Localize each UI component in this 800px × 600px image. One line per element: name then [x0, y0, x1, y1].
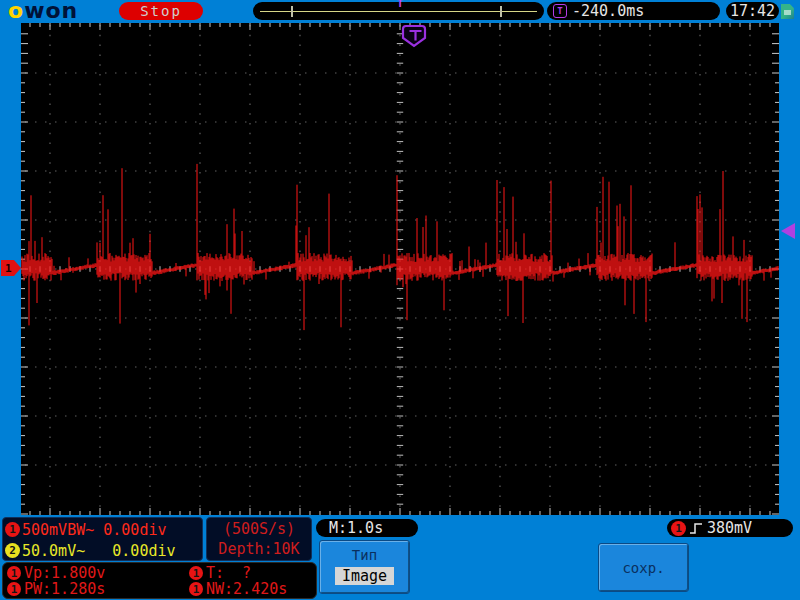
trigger-source-badge: 1: [671, 521, 686, 536]
record-line: [260, 11, 537, 12]
sampling-panel: (500S/s) Depth:10K: [206, 517, 312, 561]
measure-pw-value: PW:1.280s: [24, 580, 105, 598]
oscilloscope-screen: owon Stop T T -240.0ms 17:42 1 1 500mVBW…: [0, 0, 800, 600]
menu-type-value[interactable]: Image: [335, 567, 394, 585]
rising-edge-icon: [689, 521, 704, 536]
window-right-bracket: [500, 6, 502, 17]
measure-badge: 1: [189, 582, 203, 596]
ch2-info-row: 2 50.0mV~ 0.00div: [5, 540, 200, 561]
sd-card-icon: [781, 4, 794, 19]
ch1-trace: [22, 164, 778, 330]
ch2-settings: 50.0mV~ 0.00div: [22, 542, 176, 560]
timebase-readout: M:1.0s: [316, 519, 418, 537]
trigger-readout: 1 380mV: [667, 519, 793, 537]
logo-rest: won: [24, 0, 78, 23]
measure-badge: 1: [7, 582, 21, 596]
clock: 17:42: [726, 2, 779, 20]
measure-badge: 1: [189, 566, 203, 580]
owon-logo: owon: [8, 0, 78, 23]
trigger-offset-readout: T -240.0ms: [547, 2, 720, 20]
channel-info-panel: 1 500mVBW~ 0.00div 2 50.0mV~ 0.00div: [2, 517, 203, 561]
measure-pw: 1PW:1.280s: [7, 580, 189, 598]
ch2-badge: 2: [5, 543, 20, 558]
sample-rate: (500S/s): [223, 520, 295, 538]
logo-o: o: [8, 0, 24, 23]
save-button[interactable]: сохр.: [598, 543, 689, 592]
measure-nw: 1NW:2.420s: [189, 580, 287, 598]
save-button-label: сохр.: [622, 560, 664, 576]
trigger-position-badge: [403, 26, 425, 46]
run-status-indicator[interactable]: Stop: [119, 2, 203, 20]
trigger-level-arrow-icon[interactable]: [781, 223, 795, 239]
ch1-badge: 1: [5, 522, 20, 537]
menu-type-button[interactable]: Тип Image: [319, 540, 410, 594]
menu-type-label: Тип: [320, 547, 409, 563]
window-left-bracket: [291, 6, 293, 17]
waveform-display: [21, 23, 779, 515]
trigger-level-value: 380mV: [707, 519, 752, 537]
trigger-position-marker: T: [394, 0, 406, 10]
ch1-info-row: 1 500mVBW~ 0.00div: [5, 519, 200, 540]
ch1-position-marker[interactable]: 1: [1, 260, 21, 276]
memory-depth: Depth:10K: [218, 540, 299, 558]
trigger-t-icon: T: [553, 4, 567, 18]
measurements-panel: 1Vp:1.800v 1T: ? 1PW:1.280s 1NW:2.420s: [2, 562, 317, 599]
ch1-settings: 500mVBW~ 0.00div: [22, 521, 167, 539]
measure-badge: 1: [7, 566, 21, 580]
measure-nw-value: NW:2.420s: [206, 580, 287, 598]
trigger-offset-value: -240.0ms: [572, 2, 644, 20]
